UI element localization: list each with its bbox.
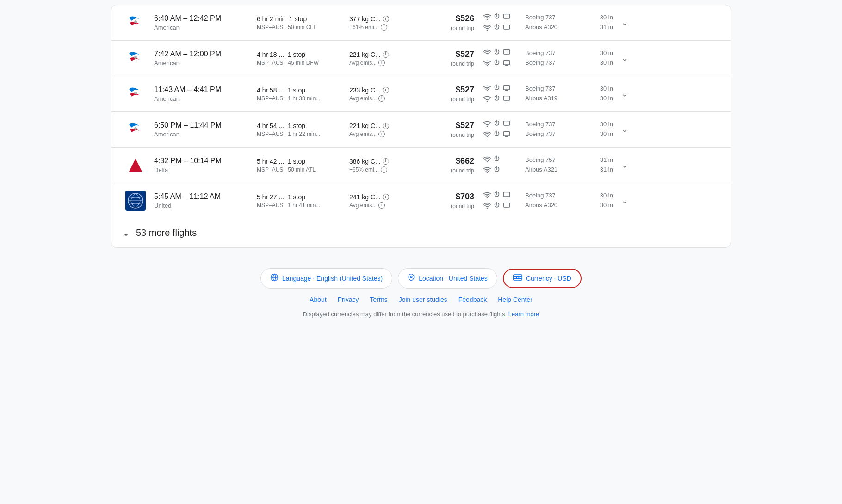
flight-aircraft: Boeing 737 Airbus A320 [520, 191, 585, 210]
airline-logo [121, 12, 150, 33]
flight-row[interactable]: 6:50 PM – 11:44 PM American 4 hr 54 ... … [111, 112, 731, 148]
flight-row[interactable]: 7:42 AM – 12:00 PM American 4 hr 18 ... … [111, 41, 731, 76]
route-detail: MSP–AUS 1 hr 41 min... [257, 202, 345, 209]
screen-icon-bottom [503, 202, 510, 210]
price-value: $703 [423, 192, 474, 202]
power-icon-bottom [494, 166, 500, 175]
power-icon-top [494, 49, 500, 57]
trip-type: round trip [423, 61, 474, 67]
wifi-icon-top [483, 120, 491, 128]
svg-rect-11 [503, 50, 509, 54]
flight-times: 6:50 PM – 11:44 PM American [150, 121, 252, 138]
flight-times: 6:40 AM – 12:42 PM American [150, 14, 252, 31]
expand-button[interactable]: ⌄ [613, 89, 632, 99]
emissions-label-info-icon[interactable]: i [381, 24, 387, 31]
flight-row[interactable]: 6:40 AM – 12:42 PM American 6 hr 2 min 1… [111, 5, 731, 41]
flight-row[interactable]: 4:32 PM – 10:14 PM Delta 5 hr 42 ... 1 s… [111, 148, 731, 183]
emissions-label-info-icon[interactable]: i [378, 131, 385, 137]
svg-point-19 [487, 90, 488, 91]
expand-button[interactable]: ⌄ [613, 196, 632, 206]
flight-row[interactable]: 11:43 AM – 4:41 PM American 4 hr 58 ... … [111, 76, 731, 112]
flight-duration: 5 hr 27 ... 1 stop MSP–AUS 1 hr 41 min..… [252, 193, 345, 209]
terms-link[interactable]: Terms [370, 296, 388, 303]
emissions-label: Avg emis... i [349, 131, 419, 137]
emissions-info-icon[interactable]: i [383, 87, 389, 93]
aircraft-bottom: Airbus A320 [525, 201, 585, 210]
wifi-icon-bottom [483, 95, 491, 103]
route-detail: MSP–AUS 45 min DFW [257, 60, 345, 66]
screen-icon-bottom [503, 60, 510, 68]
expand-button[interactable]: ⌄ [613, 124, 632, 135]
svg-rect-20 [503, 86, 509, 90]
emissions-info-icon[interactable]: i [383, 51, 389, 58]
flight-price: $527 round trip [419, 49, 474, 67]
emissions-label-info-icon[interactable]: i [378, 60, 385, 66]
flight-amenities [474, 191, 520, 210]
trip-type: round trip [423, 132, 474, 138]
emissions-info-icon[interactable]: i [383, 16, 389, 22]
flight-legroom: 30 in 30 in [585, 49, 613, 68]
svg-point-32 [487, 136, 488, 137]
about-link[interactable]: About [310, 296, 327, 303]
flight-legroom: 30 in 30 in [585, 191, 613, 210]
amenity-row-bottom [483, 95, 520, 104]
svg-rect-6 [503, 25, 509, 29]
flight-times: 7:42 AM – 12:00 PM American [150, 50, 252, 67]
emissions-label: Avg emis... i [349, 202, 419, 209]
power-icon-top [494, 13, 500, 22]
flight-duration: 5 hr 42 ... 1 stop MSP–AUS 50 min ATL [252, 158, 345, 173]
time-range: 5:45 AM – 11:12 AM [154, 192, 252, 201]
amenity-row-bottom [483, 202, 520, 210]
power-icon-top [494, 120, 500, 129]
flight-legroom: 31 in 31 in [585, 155, 613, 175]
emissions-info-icon[interactable]: i [383, 123, 389, 129]
expand-button[interactable]: ⌄ [613, 18, 632, 28]
emissions-label-info-icon[interactable]: i [378, 95, 385, 102]
legroom-top: 30 in [590, 120, 613, 129]
emissions-kg: 221 kg C... i [349, 51, 419, 58]
svg-rect-52 [514, 275, 522, 280]
legroom-top: 30 in [590, 13, 613, 23]
language-button[interactable]: Language · English (United States) [260, 268, 392, 289]
flight-aircraft: Boeing 737 Boeing 737 [520, 49, 585, 68]
amenity-row-top [483, 191, 520, 200]
join-user-studies-link[interactable]: Join user studies [399, 296, 447, 303]
amenity-row-bottom [483, 130, 520, 139]
svg-rect-33 [503, 132, 509, 136]
help-center-link[interactable]: Help Center [498, 296, 532, 303]
emissions-kg: 377 kg C... i [349, 15, 419, 23]
svg-rect-24 [503, 96, 509, 100]
more-flights-row[interactable]: ⌄ 53 more flights [111, 218, 731, 247]
power-icon-bottom [494, 130, 500, 139]
flight-duration: 4 hr 58 ... 1 stop MSP–AUS 1 hr 38 min..… [252, 86, 345, 102]
svg-rect-2 [503, 14, 509, 18]
flight-aircraft: Boeing 737 Airbus A320 [520, 13, 585, 32]
airline-logo [121, 48, 150, 68]
trip-type: round trip [423, 25, 474, 31]
time-range: 7:42 AM – 12:00 PM [154, 50, 252, 58]
duration-stops: 4 hr 54 ... 1 stop [257, 122, 345, 129]
currency-button[interactable]: Currency · USD [503, 269, 582, 288]
flight-row[interactable]: 5:45 AM – 11:12 AM United 5 hr 27 ... 1 … [111, 183, 731, 218]
wifi-icon-bottom [483, 131, 491, 139]
aircraft-bottom: Boeing 737 [525, 58, 585, 68]
currency-label: Currency · USD [526, 275, 571, 282]
svg-point-14 [487, 65, 488, 66]
feedback-link[interactable]: Feedback [458, 296, 487, 303]
footer-buttons: Language · English (United States) Locat… [260, 268, 582, 289]
emissions-label-info-icon[interactable]: i [381, 166, 387, 173]
emissions-label-info-icon[interactable]: i [378, 202, 385, 209]
amenity-row-bottom [483, 166, 520, 175]
privacy-link[interactable]: Privacy [338, 296, 359, 303]
main-container: 6:40 AM – 12:42 PM American 6 hr 2 min 1… [111, 0, 731, 259]
emissions-info-icon[interactable]: i [383, 194, 389, 200]
learn-more-link[interactable]: Learn more [508, 311, 539, 318]
location-button[interactable]: Location · United States [398, 268, 497, 289]
time-range: 6:40 AM – 12:42 PM [154, 14, 252, 23]
emissions-info-icon[interactable]: i [383, 158, 389, 165]
language-label: Language · English (United States) [282, 275, 383, 282]
expand-button[interactable]: ⌄ [613, 160, 632, 170]
expand-button[interactable]: ⌄ [613, 53, 632, 63]
power-icon-bottom [494, 202, 500, 210]
price-value: $662 [423, 156, 474, 166]
